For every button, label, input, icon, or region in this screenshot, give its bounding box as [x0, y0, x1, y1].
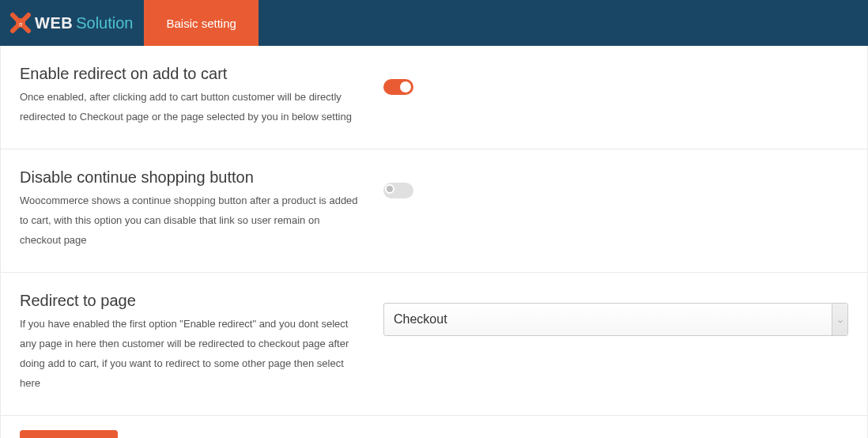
chevron-down-icon: ⌵ — [838, 315, 843, 324]
logo-icon: π — [9, 12, 32, 34]
setting-enable-redirect-info: Enable redirect on add to cart Once enab… — [20, 65, 383, 126]
settings-panel: Enable redirect on add to cart Once enab… — [0, 46, 868, 438]
setting-enable-redirect: Enable redirect on add to cart Once enab… — [1, 46, 867, 149]
setting-disable-continue-desc: Woocommerce shows a continue shopping bu… — [20, 191, 360, 250]
logo-text-web: WEB — [35, 14, 73, 32]
setting-redirect-page-info: Redirect to page If you have enabled the… — [20, 292, 383, 393]
toggle-disable-continue[interactable] — [383, 183, 413, 198]
toggle-enable-redirect[interactable] — [383, 79, 413, 95]
header-bar: π WEB Solution Baisic setting — [0, 0, 868, 46]
setting-redirect-page-control: Checkout ⌵ — [383, 292, 848, 336]
toggle-knob — [400, 81, 411, 93]
save-button[interactable]: Save Option — [20, 430, 118, 438]
logo: π WEB Solution — [0, 0, 144, 46]
redirect-page-select[interactable]: Checkout ⌵ — [383, 303, 848, 336]
toggle-knob — [385, 184, 394, 194]
setting-enable-redirect-desc: Once enabled, after clicking add to cart… — [20, 88, 360, 126]
setting-redirect-page-desc: If you have enabled the first option "En… — [20, 315, 360, 393]
footer-actions: Save Option — [1, 416, 867, 438]
setting-redirect-page: Redirect to page If you have enabled the… — [1, 273, 867, 416]
svg-text:π: π — [19, 20, 23, 28]
setting-redirect-page-title: Redirect to page — [20, 292, 360, 310]
setting-enable-redirect-title: Enable redirect on add to cart — [20, 65, 360, 83]
setting-disable-continue: Disable continue shopping button Woocomm… — [1, 149, 867, 273]
setting-disable-continue-info: Disable continue shopping button Woocomm… — [20, 168, 383, 250]
setting-enable-redirect-control — [383, 65, 848, 98]
setting-disable-continue-title: Disable continue shopping button — [20, 168, 360, 187]
tab-basic-setting[interactable]: Baisic setting — [144, 0, 258, 46]
logo-text-solution: Solution — [76, 14, 133, 32]
select-dropdown-button: ⌵ — [832, 304, 847, 335]
redirect-page-select-value: Checkout — [394, 312, 447, 327]
setting-disable-continue-control — [383, 168, 848, 202]
